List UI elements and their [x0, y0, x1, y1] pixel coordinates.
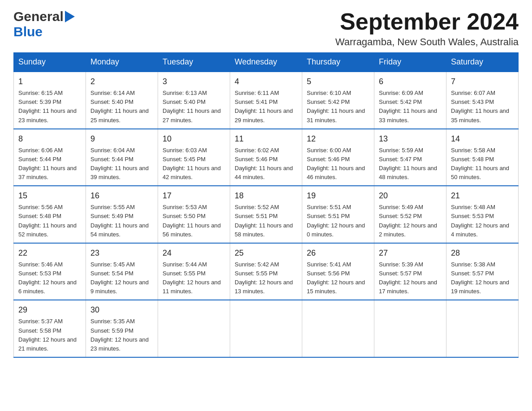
calendar-day-cell — [374, 300, 446, 357]
day-number: 13 — [379, 133, 442, 145]
day-number: 1 — [18, 76, 81, 88]
calendar-day-cell: 28Sunrise: 5:38 AMSunset: 5:57 PMDayligh… — [446, 243, 519, 300]
day-number: 12 — [307, 133, 369, 145]
day-info: Sunrise: 6:15 AMSunset: 5:39 PMDaylight:… — [18, 89, 81, 125]
calendar-day-cell: 18Sunrise: 5:52 AMSunset: 5:51 PMDayligh… — [230, 186, 302, 243]
calendar-day-cell: 11Sunrise: 6:02 AMSunset: 5:46 PMDayligh… — [230, 129, 302, 186]
day-number: 25 — [235, 247, 297, 259]
day-info: Sunrise: 5:46 AMSunset: 5:53 PMDaylight:… — [18, 260, 81, 296]
day-info: Sunrise: 6:14 AMSunset: 5:40 PMDaylight:… — [90, 89, 153, 125]
calendar-day-cell: 8Sunrise: 6:06 AMSunset: 5:44 PMDaylight… — [14, 129, 86, 186]
calendar-week-2: 8Sunrise: 6:06 AMSunset: 5:44 PMDaylight… — [14, 129, 519, 186]
calendar-day-cell: 10Sunrise: 6:03 AMSunset: 5:45 PMDayligh… — [158, 129, 230, 186]
logo-general-text: General — [13, 9, 64, 24]
calendar-day-cell: 14Sunrise: 5:58 AMSunset: 5:48 PMDayligh… — [446, 129, 519, 186]
calendar-header-row: SundayMondayTuesdayWednesdayThursdayFrid… — [14, 53, 519, 72]
day-info: Sunrise: 5:52 AMSunset: 5:51 PMDaylight:… — [235, 203, 297, 239]
calendar-day-cell: 19Sunrise: 5:51 AMSunset: 5:51 PMDayligh… — [302, 186, 374, 243]
day-info: Sunrise: 6:04 AMSunset: 5:44 PMDaylight:… — [90, 146, 153, 182]
month-year-title: September 2024 — [335, 9, 519, 34]
logo: General Blue — [13, 9, 75, 39]
calendar-week-1: 1Sunrise: 6:15 AMSunset: 5:39 PMDaylight… — [14, 72, 519, 129]
day-number: 9 — [90, 133, 153, 145]
calendar-day-cell: 15Sunrise: 5:56 AMSunset: 5:48 PMDayligh… — [14, 186, 86, 243]
day-info: Sunrise: 5:59 AMSunset: 5:47 PMDaylight:… — [379, 146, 442, 182]
day-number: 14 — [451, 133, 514, 145]
calendar-day-cell: 1Sunrise: 6:15 AMSunset: 5:39 PMDaylight… — [14, 72, 86, 129]
day-info: Sunrise: 5:48 AMSunset: 5:53 PMDaylight:… — [451, 203, 514, 239]
calendar-day-cell: 27Sunrise: 5:39 AMSunset: 5:57 PMDayligh… — [374, 243, 446, 300]
day-number: 23 — [90, 247, 153, 259]
weekday-header-sunday: Sunday — [14, 53, 86, 72]
day-number: 19 — [307, 190, 369, 202]
weekday-header-saturday: Saturday — [446, 53, 519, 72]
day-number: 20 — [379, 190, 442, 202]
svg-marker-0 — [65, 11, 75, 22]
day-number: 2 — [90, 76, 153, 88]
weekday-header-wednesday: Wednesday — [230, 53, 302, 72]
day-number: 4 — [235, 76, 297, 88]
calendar-day-cell: 24Sunrise: 5:44 AMSunset: 5:55 PMDayligh… — [158, 243, 230, 300]
day-number: 10 — [163, 133, 225, 145]
calendar-day-cell: 20Sunrise: 5:49 AMSunset: 5:52 PMDayligh… — [374, 186, 446, 243]
calendar-day-cell: 23Sunrise: 5:45 AMSunset: 5:54 PMDayligh… — [86, 243, 158, 300]
day-info: Sunrise: 6:02 AMSunset: 5:46 PMDaylight:… — [235, 146, 297, 182]
day-info: Sunrise: 5:58 AMSunset: 5:48 PMDaylight:… — [451, 146, 514, 182]
day-info: Sunrise: 5:44 AMSunset: 5:55 PMDaylight:… — [163, 260, 225, 296]
logo-triangle-icon — [65, 11, 75, 24]
calendar-day-cell: 21Sunrise: 5:48 AMSunset: 5:53 PMDayligh… — [446, 186, 519, 243]
day-info: Sunrise: 6:03 AMSunset: 5:45 PMDaylight:… — [163, 146, 225, 182]
day-info: Sunrise: 6:00 AMSunset: 5:46 PMDaylight:… — [307, 146, 369, 182]
calendar-day-cell — [230, 300, 302, 357]
calendar-day-cell: 6Sunrise: 6:09 AMSunset: 5:42 PMDaylight… — [374, 72, 446, 129]
day-info: Sunrise: 5:55 AMSunset: 5:49 PMDaylight:… — [90, 203, 153, 239]
day-info: Sunrise: 5:49 AMSunset: 5:52 PMDaylight:… — [379, 203, 442, 239]
day-info: Sunrise: 6:06 AMSunset: 5:44 PMDaylight:… — [18, 146, 81, 182]
day-info: Sunrise: 6:07 AMSunset: 5:43 PMDaylight:… — [451, 89, 514, 125]
page-header: General Blue September 2024 Warragamba, … — [13, 9, 519, 48]
weekday-header-monday: Monday — [86, 53, 158, 72]
day-number: 18 — [235, 190, 297, 202]
calendar-day-cell: 12Sunrise: 6:00 AMSunset: 5:46 PMDayligh… — [302, 129, 374, 186]
day-info: Sunrise: 5:56 AMSunset: 5:48 PMDaylight:… — [18, 203, 81, 239]
day-info: Sunrise: 6:10 AMSunset: 5:42 PMDaylight:… — [307, 89, 369, 125]
day-number: 27 — [379, 247, 442, 259]
day-info: Sunrise: 5:53 AMSunset: 5:50 PMDaylight:… — [163, 203, 225, 239]
day-number: 26 — [307, 247, 369, 259]
day-number: 21 — [451, 190, 514, 202]
day-number: 7 — [451, 76, 514, 88]
calendar-week-4: 22Sunrise: 5:46 AMSunset: 5:53 PMDayligh… — [14, 243, 519, 300]
day-number: 17 — [163, 190, 225, 202]
calendar-week-5: 29Sunrise: 5:37 AMSunset: 5:58 PMDayligh… — [14, 300, 519, 357]
calendar-table: SundayMondayTuesdayWednesdayThursdayFrid… — [13, 52, 519, 358]
day-number: 28 — [451, 247, 514, 259]
calendar-day-cell: 9Sunrise: 6:04 AMSunset: 5:44 PMDaylight… — [86, 129, 158, 186]
day-number: 5 — [307, 76, 369, 88]
calendar-day-cell: 26Sunrise: 5:41 AMSunset: 5:56 PMDayligh… — [302, 243, 374, 300]
day-info: Sunrise: 6:13 AMSunset: 5:40 PMDaylight:… — [163, 89, 225, 125]
location-subtitle: Warragamba, New South Wales, Australia — [335, 36, 519, 48]
day-info: Sunrise: 6:11 AMSunset: 5:41 PMDaylight:… — [235, 89, 297, 125]
calendar-day-cell: 5Sunrise: 6:10 AMSunset: 5:42 PMDaylight… — [302, 72, 374, 129]
day-info: Sunrise: 5:45 AMSunset: 5:54 PMDaylight:… — [90, 260, 153, 296]
day-info: Sunrise: 5:42 AMSunset: 5:55 PMDaylight:… — [235, 260, 297, 296]
calendar-day-cell: 17Sunrise: 5:53 AMSunset: 5:50 PMDayligh… — [158, 186, 230, 243]
day-number: 3 — [163, 76, 225, 88]
calendar-day-cell: 4Sunrise: 6:11 AMSunset: 5:41 PMDaylight… — [230, 72, 302, 129]
day-number: 22 — [18, 247, 81, 259]
day-number: 29 — [18, 304, 81, 316]
calendar-day-cell: 22Sunrise: 5:46 AMSunset: 5:53 PMDayligh… — [14, 243, 86, 300]
day-number: 30 — [90, 304, 153, 316]
calendar-day-cell: 25Sunrise: 5:42 AMSunset: 5:55 PMDayligh… — [230, 243, 302, 300]
calendar-day-cell: 29Sunrise: 5:37 AMSunset: 5:58 PMDayligh… — [14, 300, 86, 357]
calendar-day-cell — [446, 300, 519, 357]
day-info: Sunrise: 5:41 AMSunset: 5:56 PMDaylight:… — [307, 260, 369, 296]
calendar-day-cell: 30Sunrise: 5:35 AMSunset: 5:59 PMDayligh… — [86, 300, 158, 357]
weekday-header-thursday: Thursday — [302, 53, 374, 72]
calendar-day-cell: 13Sunrise: 5:59 AMSunset: 5:47 PMDayligh… — [374, 129, 446, 186]
day-info: Sunrise: 5:37 AMSunset: 5:58 PMDaylight:… — [18, 317, 81, 353]
calendar-day-cell — [302, 300, 374, 357]
calendar-day-cell: 16Sunrise: 5:55 AMSunset: 5:49 PMDayligh… — [86, 186, 158, 243]
calendar-day-cell: 2Sunrise: 6:14 AMSunset: 5:40 PMDaylight… — [86, 72, 158, 129]
calendar-week-3: 15Sunrise: 5:56 AMSunset: 5:48 PMDayligh… — [14, 186, 519, 243]
